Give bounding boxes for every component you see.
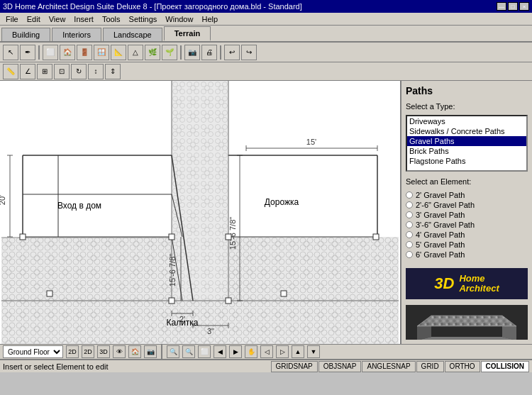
status-objsnap[interactable]: OBJSNAP	[318, 361, 362, 372]
element-3ft6[interactable]: 3'-6" Gravel Path	[406, 220, 528, 230]
tool-angle[interactable]: ∠	[20, 64, 35, 79]
title-bar: 3D Home Architect Design Suite Deluxe 8 …	[0, 0, 532, 13]
radio-3ft[interactable]	[406, 211, 413, 218]
element-list: 2' Gravel Path 2'-6" Gravel Path 3' Grav…	[406, 190, 528, 260]
type-driveways[interactable]: Driveways	[407, 116, 526, 126]
restore-button[interactable]: □	[508, 2, 518, 11]
separator-3	[220, 45, 221, 60]
floor-select[interactable]: Ground Floor	[3, 345, 63, 358]
type-brick[interactable]: Brick Paths	[407, 146, 526, 156]
element-2ft-label: 2' Gravel Path	[416, 191, 465, 199]
status-bar: Insert or select Element to edit GRIDSNA…	[0, 360, 532, 372]
tool-room[interactable]: 🏠	[60, 45, 75, 60]
svg-text:Калитка: Калитка	[166, 318, 198, 328]
view-2d-alt-btn[interactable]: 2D	[82, 345, 94, 358]
svg-marker-77	[417, 316, 516, 326]
status-collision[interactable]: COLLISION	[481, 361, 529, 372]
tab-bar: Building Interiors Landscape Terrain	[0, 26, 532, 43]
select-element-label: Select an Element:	[406, 177, 528, 186]
right-panel: Paths Select a Type: Driveways Sidewalks…	[401, 81, 532, 344]
type-gravel[interactable]: Gravel Paths	[407, 136, 526, 146]
tool-rotate[interactable]: ↻	[71, 64, 87, 79]
nav-right-btn[interactable]: ▷	[276, 345, 289, 358]
menu-view[interactable]: View	[45, 14, 70, 24]
menu-settings[interactable]: Settings	[125, 14, 162, 24]
svg-text:15'-6 7/8": 15'-6 7/8"	[228, 217, 237, 250]
zoom-prev-btn[interactable]: ◀	[214, 345, 226, 358]
menu-tools[interactable]: Tools	[98, 14, 125, 24]
radio-5ft[interactable]	[406, 241, 413, 248]
radio-2ft[interactable]	[406, 191, 413, 199]
tab-terrain[interactable]: Terrain	[164, 26, 211, 41]
status-gridsnap[interactable]: GRIDSNAP	[271, 361, 318, 372]
element-2ft[interactable]: 2' Gravel Path	[406, 190, 528, 200]
menu-insert[interactable]: Insert	[70, 14, 98, 24]
zoom-out-btn[interactable]: 🔍	[182, 345, 195, 358]
drawing-canvas[interactable]: 20' 15' 15'-6 7/8" 2' 3" 15'-6 7/8"	[0, 81, 401, 344]
tool-align[interactable]: ⇕	[105, 64, 121, 79]
view-house-btn[interactable]: 🏠	[128, 345, 141, 358]
pan-btn[interactable]: ✋	[245, 345, 257, 358]
tool-print[interactable]: 🖨	[201, 45, 217, 60]
tab-landscape[interactable]: Landscape	[103, 28, 162, 41]
zoom-fit-btn[interactable]: ⬜	[198, 345, 211, 358]
view-2d-btn[interactable]: 2D	[66, 345, 79, 358]
view-3d-btn[interactable]: 3D	[97, 345, 110, 358]
radio-3ft6[interactable]	[406, 221, 413, 228]
menu-file[interactable]: File	[1, 14, 23, 24]
radio-4ft[interactable]	[406, 231, 413, 238]
status-ortho[interactable]: ORTHO	[445, 361, 480, 372]
logo-area: 3D HomeArchitect	[406, 268, 528, 299]
status-grid[interactable]: GRID	[416, 361, 444, 372]
svg-text:3": 3"	[207, 327, 214, 335]
nav-left-btn[interactable]: ◁	[260, 345, 273, 358]
element-3ft[interactable]: 3' Gravel Path	[406, 210, 528, 220]
panel-title: Paths	[406, 85, 528, 96]
tool-flip[interactable]: ↕	[88, 64, 104, 79]
svg-rect-19	[1, 301, 399, 344]
radio-2ft6[interactable]	[406, 201, 413, 208]
tool-wall[interactable]: ⬜	[43, 45, 58, 60]
nav-up-btn[interactable]: ▲	[292, 345, 304, 358]
close-button[interactable]: ×	[519, 2, 529, 11]
tool-undo[interactable]: ↩	[224, 45, 240, 60]
status-anglesnap[interactable]: ANGLESNAP	[362, 361, 415, 372]
zoom-next-btn[interactable]: ▶	[229, 345, 242, 358]
tool-snap-grid[interactable]: ⊞	[37, 64, 52, 79]
menu-edit[interactable]: Edit	[23, 14, 45, 24]
view-eye-btn[interactable]: 👁	[113, 345, 126, 358]
type-flagstone[interactable]: Flagstone Paths	[407, 156, 526, 166]
element-2ft6[interactable]: 2'-6" Gravel Path	[406, 200, 528, 210]
nav-down-btn[interactable]: ▼	[307, 345, 320, 358]
svg-rect-15	[228, 237, 399, 301]
tool-window[interactable]: 🪟	[94, 45, 109, 60]
menu-window[interactable]: Window	[161, 14, 197, 24]
tool-snap-obj[interactable]: ⊡	[54, 64, 70, 79]
tool-camera[interactable]: 📷	[184, 45, 200, 60]
element-6ft[interactable]: 6' Gravel Path	[406, 250, 528, 260]
zoom-in-btn[interactable]: 🔍	[167, 345, 179, 358]
minimize-button[interactable]: —	[497, 2, 506, 11]
element-4ft-label: 4' Gravel Path	[416, 230, 465, 239]
tool-door[interactable]: 🚪	[77, 45, 92, 60]
tool-stair[interactable]: 📐	[111, 45, 126, 60]
tool-select[interactable]: ↖	[3, 45, 18, 60]
radio-6ft[interactable]	[406, 251, 413, 258]
menu-help[interactable]: Help	[197, 14, 222, 24]
element-5ft-label: 5' Gravel Path	[416, 240, 465, 249]
svg-text:15': 15'	[306, 138, 316, 146]
element-4ft[interactable]: 4' Gravel Path	[406, 230, 528, 240]
tool-roof[interactable]: △	[128, 45, 143, 60]
tool-plant[interactable]: 🌱	[162, 45, 177, 60]
type-sidewalks[interactable]: Sidewalks / Concrete Paths	[407, 126, 526, 136]
tab-building[interactable]: Building	[1, 28, 50, 41]
tab-interiors[interactable]: Interiors	[52, 28, 101, 41]
svg-rect-64	[20, 234, 26, 240]
tool-draw[interactable]: ✒	[20, 45, 35, 60]
view-camera-btn[interactable]: 📷	[144, 345, 157, 358]
tool-redo[interactable]: ↪	[241, 45, 257, 60]
type-list[interactable]: Driveways Sidewalks / Concrete Paths Gra…	[406, 115, 528, 172]
tool-terrain[interactable]: 🌿	[145, 45, 160, 60]
tool-dimension[interactable]: 📏	[3, 64, 18, 79]
element-5ft[interactable]: 5' Gravel Path	[406, 240, 528, 250]
